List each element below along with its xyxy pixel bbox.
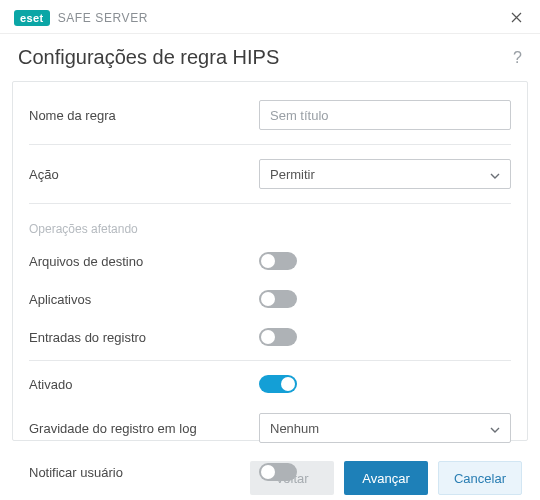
row-log-severity: Gravidade do registro em log Nenhum [29, 403, 511, 453]
enabled-label: Ativado [29, 377, 259, 392]
divider [29, 360, 511, 361]
registry-entries-toggle[interactable] [259, 328, 297, 346]
brand-badge: eset [14, 10, 50, 26]
log-severity-selected-value: Nenhum [270, 421, 319, 436]
chevron-down-icon [490, 167, 500, 182]
applications-label: Aplicativos [29, 292, 259, 307]
notify-user-label: Notificar usuário [29, 465, 259, 480]
registry-entries-label: Entradas do registro [29, 330, 259, 345]
log-severity-select[interactable]: Nenhum [259, 413, 511, 443]
notify-user-toggle[interactable] [259, 463, 297, 481]
titlebar: eset SAFE SERVER [0, 0, 540, 34]
brand-product: SAFE SERVER [58, 11, 148, 25]
enabled-toggle[interactable] [259, 375, 297, 393]
divider [29, 203, 511, 204]
next-button[interactable]: Avançar [344, 461, 428, 495]
close-icon[interactable] [506, 8, 526, 28]
row-rule-name: Nome da regra [29, 90, 511, 140]
page-title: Configurações de regra HIPS [18, 46, 279, 69]
help-icon[interactable]: ? [513, 49, 522, 67]
log-severity-label: Gravidade do registro em log [29, 421, 259, 436]
row-enabled: Ativado [29, 365, 511, 403]
rule-name-label: Nome da regra [29, 108, 259, 123]
target-files-label: Arquivos de destino [29, 254, 259, 269]
row-action: Ação Permitir [29, 149, 511, 199]
action-selected-value: Permitir [270, 167, 315, 182]
cancel-button[interactable]: Cancelar [438, 461, 522, 495]
applications-toggle[interactable] [259, 290, 297, 308]
chevron-down-icon [490, 421, 500, 436]
target-files-toggle[interactable] [259, 252, 297, 270]
row-target-files: Arquivos de destino [29, 242, 511, 280]
row-applications: Aplicativos [29, 280, 511, 318]
row-registry-entries: Entradas do registro [29, 318, 511, 356]
action-label: Ação [29, 167, 259, 182]
rule-name-input[interactable] [259, 100, 511, 130]
dialog-header: Configurações de regra HIPS ? [0, 34, 540, 81]
divider [29, 144, 511, 145]
action-select[interactable]: Permitir [259, 159, 511, 189]
settings-panel: Nome da regra Ação Permitir Operações af… [12, 81, 528, 441]
operations-section-title: Operações afetando [29, 208, 511, 242]
